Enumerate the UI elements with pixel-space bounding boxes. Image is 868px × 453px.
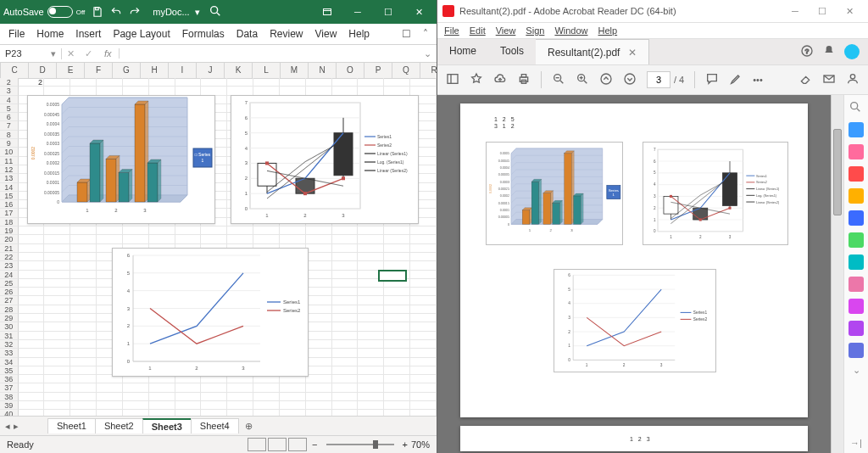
menu-sign[interactable]: Sign <box>526 25 544 36</box>
export-pdf-icon[interactable] <box>849 122 864 137</box>
avatar[interactable] <box>844 44 860 59</box>
create-pdf-icon[interactable] <box>849 166 864 182</box>
row-header[interactable]: 13 <box>0 174 19 182</box>
page-up-icon[interactable] <box>599 72 613 87</box>
row-header[interactable]: 40 <box>0 410 19 416</box>
bell-icon[interactable] <box>822 44 836 60</box>
row-header[interactable]: 27 <box>0 296 19 305</box>
normal-view-icon[interactable] <box>248 438 266 451</box>
fill-sign-icon[interactable] <box>849 321 864 336</box>
sheet-tab[interactable]: Sheet2 <box>95 418 143 433</box>
close-tab-icon[interactable]: ✕ <box>628 47 637 59</box>
row-header[interactable]: 20 <box>0 235 19 243</box>
save-icon[interactable] <box>92 6 103 18</box>
vertical-scrollbar[interactable] <box>831 95 843 453</box>
row-header[interactable]: 2 <box>0 78 19 87</box>
organize-icon[interactable] <box>849 232 864 248</box>
zoom-in-icon[interactable] <box>576 72 589 87</box>
row-header[interactable]: 31 <box>0 332 19 340</box>
row-header[interactable]: 21 <box>0 244 19 253</box>
maximize-icon[interactable]: ☐ <box>374 2 403 22</box>
ribbon-tab-view[interactable]: View <box>315 28 337 40</box>
row-header[interactable]: 25 <box>0 279 19 288</box>
star-icon[interactable] <box>470 72 483 87</box>
menu-window[interactable]: Window <box>554 25 587 36</box>
zoom-slider[interactable] <box>326 444 394 445</box>
row-header[interactable]: 16 <box>0 200 19 209</box>
zoom-out-icon[interactable] <box>552 72 565 87</box>
more-tools-icon[interactable]: ⌄ <box>849 365 864 380</box>
ribbon-tab-help[interactable]: Help <box>348 28 370 40</box>
tab-prev-icon[interactable]: ◂ <box>5 421 10 432</box>
row-header[interactable]: 36 <box>0 375 19 383</box>
row-header[interactable]: 24 <box>0 271 19 279</box>
ribbon-display-icon[interactable] <box>313 2 342 22</box>
search-tool-icon[interactable] <box>849 100 864 115</box>
help-icon[interactable]: ? <box>800 44 814 60</box>
redo-icon[interactable] <box>129 6 141 18</box>
row-header[interactable]: 11 <box>0 157 19 165</box>
erase-icon[interactable] <box>798 72 812 87</box>
pdf-viewport[interactable]: 1 2 5 3 1 2 00.000050.00010.000150.00020… <box>437 95 831 453</box>
row-header[interactable]: 34 <box>0 358 19 366</box>
sidebar-toggle-icon[interactable] <box>446 72 459 87</box>
column-header[interactable]: E <box>57 63 85 78</box>
row-header[interactable]: 32 <box>0 340 19 349</box>
column-header[interactable]: H <box>141 63 169 78</box>
sheet-tab[interactable]: Sheet1 <box>47 418 96 433</box>
column-header[interactable]: K <box>225 63 253 78</box>
page-break-view-icon[interactable] <box>288 438 307 451</box>
row-header[interactable]: 8 <box>0 131 19 139</box>
document-tab[interactable]: Resultant(2).pdf ✕ <box>536 39 649 64</box>
ribbon-tab-data[interactable]: Data <box>236 28 258 40</box>
ribbon-tab-insert[interactable]: Insert <box>75 28 101 40</box>
expand-formula-icon[interactable]: ⌄ <box>419 48 437 59</box>
comment-tool-icon[interactable] <box>849 188 864 204</box>
edit-pdf-icon[interactable] <box>849 144 864 159</box>
sheet-tab[interactable]: Sheet3 <box>142 418 192 433</box>
column-header[interactable]: N <box>309 63 337 78</box>
ribbon-tab-file[interactable]: File <box>8 28 25 40</box>
comment-icon[interactable] <box>705 72 719 87</box>
menu-file[interactable]: File <box>444 25 459 36</box>
sheet-tab[interactable]: Sheet4 <box>191 418 239 433</box>
zoom-level[interactable]: 70% <box>411 439 430 450</box>
column-header[interactable]: I <box>169 63 197 78</box>
column-header[interactable]: C <box>1 63 29 78</box>
close-icon[interactable]: ✕ <box>404 2 433 22</box>
row-header[interactable]: 35 <box>0 366 19 375</box>
tab-home[interactable]: Home <box>437 39 488 64</box>
sign-tool-icon[interactable] <box>849 343 864 358</box>
ribbon-tab-page-layout[interactable]: Page Layout <box>113 28 170 40</box>
row-header[interactable]: 26 <box>0 288 19 296</box>
row-header[interactable]: 4 <box>0 96 19 104</box>
row-header[interactable]: 28 <box>0 305 19 314</box>
page-layout-view-icon[interactable] <box>268 438 287 451</box>
add-sheet-icon[interactable]: ⊕ <box>238 421 259 432</box>
row-header[interactable]: 10 <box>0 148 19 156</box>
people-icon[interactable] <box>846 72 860 87</box>
column-header[interactable]: M <box>281 63 309 78</box>
column-header[interactable]: O <box>337 63 364 78</box>
row-header[interactable]: 19 <box>0 226 19 235</box>
menu-help[interactable]: Help <box>598 25 618 36</box>
collapse-ribbon-icon[interactable]: ˄ <box>423 28 428 40</box>
spreadsheet-grid[interactable]: CDEFGHIJKLMNOPQR 23456789101112131415161… <box>0 63 437 416</box>
more-icon[interactable]: ••• <box>753 75 763 85</box>
highlight-icon[interactable] <box>729 72 743 87</box>
minimize-icon[interactable]: ─ <box>343 2 372 22</box>
name-box[interactable]: P23 ▾ <box>0 48 62 59</box>
row-header[interactable]: 29 <box>0 314 19 322</box>
row-header[interactable]: 14 <box>0 183 19 192</box>
mail-icon[interactable] <box>822 72 836 87</box>
row-header[interactable]: 30 <box>0 322 19 331</box>
column-header[interactable]: J <box>197 63 225 78</box>
row-header[interactable]: 15 <box>0 192 19 200</box>
combine-icon[interactable] <box>849 210 864 226</box>
fx-icon[interactable]: fx <box>97 48 120 59</box>
row-header[interactable]: 3 <box>0 87 19 95</box>
compress-icon[interactable] <box>849 254 864 270</box>
collapse-rail-icon[interactable]: →| <box>849 438 864 453</box>
dropdown-icon[interactable]: ▾ <box>195 7 200 18</box>
row-header[interactable]: 23 <box>0 261 19 270</box>
